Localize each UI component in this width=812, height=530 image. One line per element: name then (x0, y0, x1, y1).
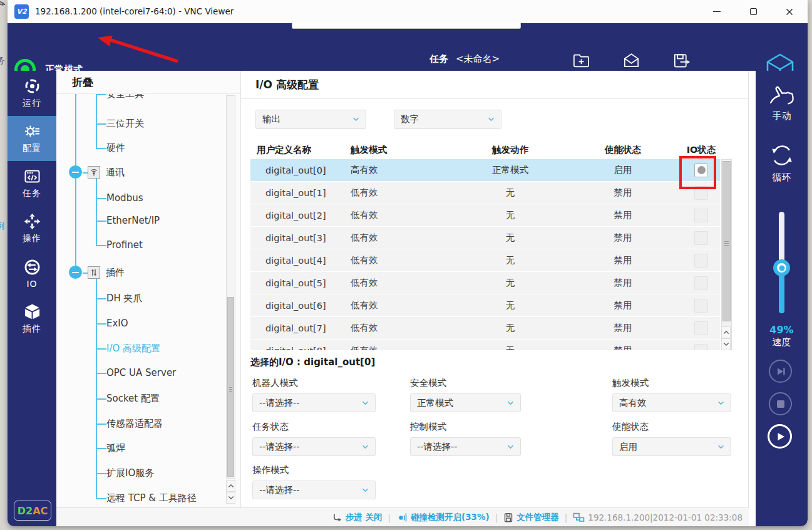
tree-item[interactable]: 扩展IO服务 (106, 465, 154, 481)
close-icon (786, 8, 793, 16)
tree-item-comm[interactable]: 通讯 (88, 164, 125, 180)
collapse-button[interactable]: 折叠 (56, 71, 240, 94)
right-toolbar: 手动 循环 49% 速度 (756, 71, 808, 526)
tree-rail (96, 94, 97, 148)
tree-item[interactable]: OPC UA Server (106, 365, 176, 381)
manual-mode-button[interactable]: 手动 (756, 83, 808, 122)
new-file-icon (572, 51, 591, 70)
chevron-down-icon (507, 445, 514, 449)
tree-item[interactable]: Profinet (106, 237, 143, 253)
scroll-down-button[interactable] (226, 492, 235, 504)
network-icon (573, 512, 585, 522)
field-select[interactable]: --请选择-- (252, 437, 376, 456)
sidebar-item-io[interactable]: IO (8, 251, 56, 296)
sidebar-item-run[interactable]: 运行 (8, 71, 56, 116)
tree-item[interactable]: DH 夹爪 (106, 290, 143, 306)
sidebar-item-task[interactable]: 任务 (8, 161, 56, 206)
io-config-field: 触发模式 高有效 (612, 377, 731, 412)
speed-value: 49% (756, 324, 808, 336)
tree-item-io-advanced-config[interactable]: I/O 高级配置 (106, 340, 160, 356)
step-mode-status[interactable]: 步进 关闭 (332, 512, 383, 523)
maximize-button[interactable] (735, 0, 771, 23)
field-select[interactable]: 正常模式 (410, 393, 521, 412)
scrollbar-thumb[interactable] (227, 297, 234, 477)
sidebar-item-config[interactable]: 配置 (8, 116, 56, 161)
scroll-up-button[interactable] (226, 480, 235, 492)
collapse-toggle-icon[interactable] (69, 266, 82, 279)
config-tree-panel: 折叠 安全工具 三位开关 硬件 通讯 Modbus EtherNet/IP Pr… (56, 71, 241, 507)
tree-scrollbar[interactable] (226, 95, 235, 479)
minimize-button[interactable] (699, 0, 735, 23)
io-config-field: 操作模式 --请选择-- (252, 464, 376, 499)
speed-slider-knob[interactable] (773, 259, 790, 276)
io-config-field: 机器人模式 --请选择-- (252, 377, 376, 412)
field-select[interactable]: --请选择-- (252, 393, 376, 412)
play-icon (774, 430, 786, 443)
sidebar-item-operate[interactable]: 操作 (8, 206, 56, 251)
cycle-icon (769, 142, 795, 169)
collision-detection-status[interactable]: 碰撞检测开启(33%) (396, 512, 490, 523)
left-nav: 运行 配置 任务 操作 IO 插件 D2AC (8, 71, 56, 526)
desktop-artifact: ✎ (0, 0, 8, 11)
device-badge[interactable]: D2AC (14, 501, 51, 521)
separator: | (565, 512, 568, 522)
field-select[interactable]: 启用 (612, 437, 731, 456)
sidebar-item-label: 运行 (23, 98, 41, 109)
vnc-app-icon: V2 (14, 4, 29, 19)
task-label: 任务 (429, 53, 448, 65)
tree-item[interactable]: EtherNet/IP (106, 212, 160, 229)
tree-item[interactable]: 弧焊 (106, 440, 125, 456)
chevron-down-icon (717, 401, 724, 405)
vnc-window: V2 192.168.1.200 (intel-corei7-64:0) - V… (8, 0, 808, 526)
chevron-down-icon (507, 401, 514, 405)
file-manager-button[interactable]: 文件管理器 (503, 512, 559, 523)
field-label: 安全模式 (410, 377, 521, 389)
io-config-field: 任务状态 --请选择-- (252, 421, 376, 456)
vnc-toolbar-tab[interactable] (292, 23, 521, 29)
hand-icon (768, 83, 796, 107)
io-config-field: 使能状态 启用 (612, 421, 731, 456)
app-topbar: 正常模式 任务<未命名> 配置default 新建 打开 保存 (8, 23, 808, 71)
chevron-down-icon (362, 445, 369, 449)
window-controls (699, 0, 808, 23)
stop-button[interactable] (769, 392, 792, 415)
main-panel: I/O 高级配置 输出 数字 用户定义名称 触发模式 触发动作 使能状态 IO状… (241, 71, 749, 507)
collapse-toggle-icon[interactable] (69, 165, 82, 179)
desktop-text-fragment: 务 (0, 55, 5, 66)
minimize-icon (713, 11, 721, 13)
window-title: 192.168.1.200 (intel-corei7-64:0) - VNC … (35, 6, 234, 16)
tree-item[interactable]: 硬件 (106, 140, 125, 156)
tree-item[interactable]: 传感器适配器 (106, 415, 163, 432)
speed-readout: 49% 速度 (756, 324, 808, 348)
chevron-down-icon (362, 488, 369, 492)
sidebar-item-label: 配置 (23, 143, 41, 154)
tree-item[interactable]: Modbus (106, 190, 143, 206)
close-button[interactable] (771, 0, 808, 23)
desktop: ✎ 务 例 V2 192.168.1.200 (intel-corei7-64:… (0, 0, 812, 530)
status-bar: 步进 关闭 | 碰撞检测开启(33%) | 文件管理器 | 192.168.1.… (56, 507, 749, 526)
titlebar: V2 192.168.1.200 (intel-corei7-64:0) - V… (8, 0, 808, 23)
desktop-text-fragment: 例 (0, 221, 4, 232)
field-select[interactable]: --请选择-- (252, 481, 376, 499)
tree-item[interactable]: 安全工具 (106, 94, 144, 102)
tree-item-plugins[interactable]: 插件 (88, 264, 125, 281)
open-icon (622, 51, 641, 70)
tree-item[interactable]: 三位开关 (106, 115, 144, 132)
tree-item[interactable]: ExIO (106, 315, 128, 331)
field-select[interactable]: 高有效 (612, 393, 731, 412)
antenna-icon (88, 166, 100, 179)
run-icon (24, 78, 41, 95)
tree-item[interactable]: 远程 TCP & 工具路径 (106, 490, 197, 506)
updown-arrows-icon (88, 266, 100, 279)
field-label: 任务状态 (252, 421, 376, 433)
field-select[interactable]: --请选择-- (410, 437, 521, 456)
sidebar-item-label: 任务 (23, 188, 41, 199)
sidebar-item-plugin[interactable]: 插件 (8, 296, 56, 341)
play-button[interactable] (768, 424, 792, 449)
speed-label: 速度 (756, 336, 808, 348)
step-forward-button[interactable] (769, 360, 792, 383)
field-label: 触发模式 (612, 377, 731, 389)
tree-item[interactable]: Socket 配置 (106, 390, 160, 407)
cycle-mode-button[interactable]: 循环 (756, 142, 808, 184)
tree-rail (96, 279, 97, 498)
